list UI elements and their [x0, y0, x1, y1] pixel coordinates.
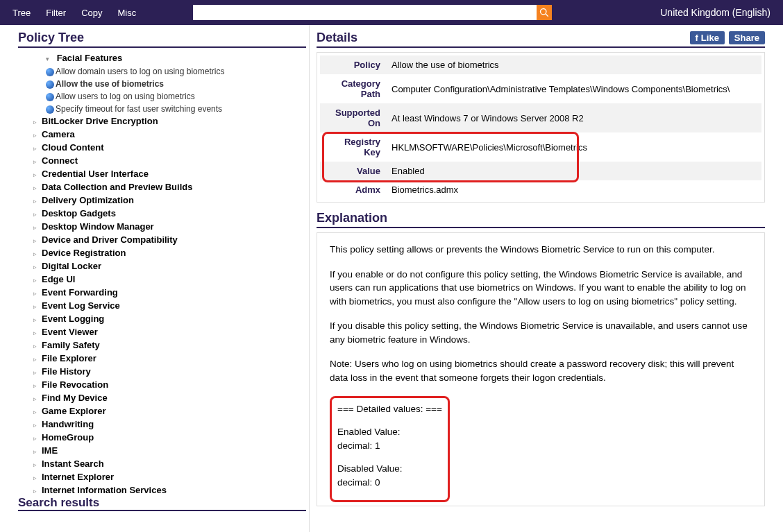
chevron-right-icon[interactable]: ▹ [33, 472, 40, 484]
search-icon [539, 8, 549, 17]
globe-icon [46, 93, 54, 101]
tree-node[interactable]: Internet Explorer [42, 472, 114, 482]
tree-node[interactable]: Event Log Service [42, 300, 120, 311]
tree-node[interactable]: Desktop Gadgets [42, 208, 116, 218]
chevron-right-icon[interactable]: ▹ [33, 261, 40, 273]
chevron-right-icon[interactable]: ▹ [33, 314, 40, 326]
chevron-right-icon[interactable]: ▹ [33, 327, 40, 339]
detailed-values-highlight: === Detailed values: === Enabled Value:d… [330, 396, 450, 503]
menu-misc[interactable]: Misc [118, 8, 137, 18]
explanation-body[interactable]: This policy setting allows or prevents t… [317, 232, 765, 506]
chevron-right-icon[interactable]: ▹ [33, 288, 40, 300]
tree-node[interactable]: Desktop Window Manager [42, 221, 154, 232]
chevron-right-icon[interactable]: ▹ [33, 406, 40, 418]
chevron-right-icon[interactable]: ▹ [33, 209, 40, 221]
tree-node[interactable]: Instant Search [42, 458, 104, 469]
details-table-wrap: PolicyAllow the use of biometricsCategor… [317, 52, 765, 203]
chevron-right-icon[interactable]: ▹ [33, 235, 40, 247]
menu-tree[interactable]: Tree [12, 8, 31, 18]
chevron-right-icon[interactable]: ▹ [33, 380, 40, 392]
tree-node[interactable]: IME [42, 445, 58, 456]
details-row: PolicyAllow the use of biometrics [320, 55, 761, 74]
tree-node-facial-features[interactable]: Facial Features [57, 53, 123, 63]
chevron-right-icon[interactable]: ▹ [33, 143, 40, 155]
tree-node[interactable]: Connect [42, 155, 78, 166]
tree-node[interactable]: Camera [42, 129, 75, 139]
dv-header: === Detailed values: === [337, 402, 442, 416]
tree-leaf[interactable]: Allow users to log on using biometrics [56, 92, 195, 101]
tree-node[interactable]: Cloud Content [42, 142, 104, 153]
chevron-right-icon[interactable]: ▹ [33, 446, 40, 458]
tree-scroll[interactable]: ▾ Facial Features Allow domain users to … [18, 52, 306, 493]
tree-node[interactable]: Event Logging [42, 314, 104, 324]
chevron-right-icon[interactable]: ▹ [33, 354, 40, 366]
dv-disabled: Disabled Value:decimal: 0 [337, 462, 442, 489]
chevron-right-icon[interactable]: ▹ [33, 248, 40, 260]
topbar: Tree Filter Copy Misc United Kingdom (En… [0, 0, 783, 25]
chevron-right-icon[interactable]: ▹ [33, 130, 40, 141]
tree-node[interactable]: Digital Locker [42, 261, 101, 271]
chevron-right-icon[interactable]: ▹ [33, 275, 40, 286]
chevron-right-icon[interactable]: ▹ [33, 196, 40, 207]
chevron-right-icon[interactable]: ▹ [33, 367, 40, 379]
expl-p3: If you disable this policy setting, the … [330, 319, 752, 346]
tree-node[interactable]: File Revocation [42, 379, 108, 390]
tree-node[interactable]: File Explorer [42, 353, 96, 363]
chevron-right-icon[interactable]: ▹ [33, 222, 40, 234]
locale-label[interactable]: United Kingdom (English) [660, 7, 771, 18]
search-wrap [193, 5, 552, 20]
chevron-right-icon[interactable]: ▹ [33, 182, 40, 194]
details-key: Policy [320, 55, 386, 74]
details-value: Allow the use of biometrics [386, 55, 761, 74]
tree-node[interactable]: Delivery Optimization [42, 195, 134, 205]
tree-leaf[interactable]: Allow domain users to log on using biome… [56, 67, 224, 76]
expl-p4: Note: Users who log on using biometrics … [330, 357, 752, 384]
globe-icon [46, 105, 54, 114]
details-key: Category Path [320, 74, 386, 103]
share-label: Share [734, 33, 759, 43]
details-row: Registry KeyHKLM\SOFTWARE\Policies\Micro… [320, 132, 761, 162]
tree-node[interactable]: Event Forwarding [42, 287, 118, 298]
tree-node[interactable]: Find My Device [42, 393, 108, 403]
chevron-right-icon[interactable]: ▹ [33, 420, 40, 431]
tree-leaf[interactable]: Allow the use of biometrics [56, 79, 164, 89]
search-input[interactable] [193, 5, 537, 20]
tree-node[interactable]: Edge UI [42, 274, 75, 284]
expl-p1: This policy setting allows or prevents t… [330, 243, 752, 257]
chevron-right-icon[interactable]: ▹ [33, 169, 40, 181]
tree-node[interactable]: Device Registration [42, 248, 126, 258]
tree-node[interactable]: Data Collection and Preview Builds [42, 182, 192, 192]
tree-node[interactable]: BitLocker Drive Encryption [42, 116, 158, 126]
tree-node[interactable]: Credential User Interface [42, 169, 149, 179]
globe-icon [46, 68, 54, 76]
details-row: Supported OnAt least Windows 7 or Window… [320, 103, 761, 132]
details-row: AdmxBiometrics.admx [320, 180, 761, 199]
tree-node[interactable]: Handwriting [42, 419, 94, 429]
chevron-right-icon[interactable]: ▹ [33, 486, 40, 493]
tree-node[interactable]: HomeGroup [42, 432, 94, 443]
chevron-right-icon[interactable]: ▹ [33, 301, 40, 313]
chevron-right-icon[interactable]: ▹ [33, 341, 40, 352]
tree-leaf[interactable]: Specify timeout for fast user switching … [56, 104, 222, 114]
chevron-right-icon[interactable]: ▹ [33, 433, 40, 445]
details-key: Value [320, 162, 386, 180]
chevron-right-icon[interactable]: ▹ [33, 156, 40, 168]
details-value: Enabled [386, 162, 761, 180]
chevron-right-icon[interactable]: ▹ [33, 117, 40, 128]
menu-copy[interactable]: Copy [81, 8, 102, 18]
details-value: Computer Configuration\Administrative Te… [386, 74, 761, 103]
tree-node[interactable]: Family Safety [42, 340, 100, 350]
tree-node[interactable]: Game Explorer [42, 406, 106, 416]
share-button[interactable]: Share [729, 31, 765, 44]
tree-node[interactable]: Device and Driver Compatibility [42, 234, 178, 245]
menu-filter[interactable]: Filter [46, 8, 66, 18]
tree-node[interactable]: Event Viewer [42, 327, 98, 337]
policy-tree-title: Policy Tree [18, 31, 306, 48]
tree-node[interactable]: Internet Information Services [42, 485, 167, 493]
chevron-right-icon[interactable]: ▹ [33, 393, 40, 405]
search-button[interactable] [537, 5, 552, 20]
chevron-right-icon[interactable]: ▹ [33, 459, 40, 471]
like-button[interactable]: fLike [690, 31, 725, 44]
chevron-down-icon[interactable]: ▾ [46, 53, 53, 65]
tree-node[interactable]: File History [42, 366, 91, 377]
